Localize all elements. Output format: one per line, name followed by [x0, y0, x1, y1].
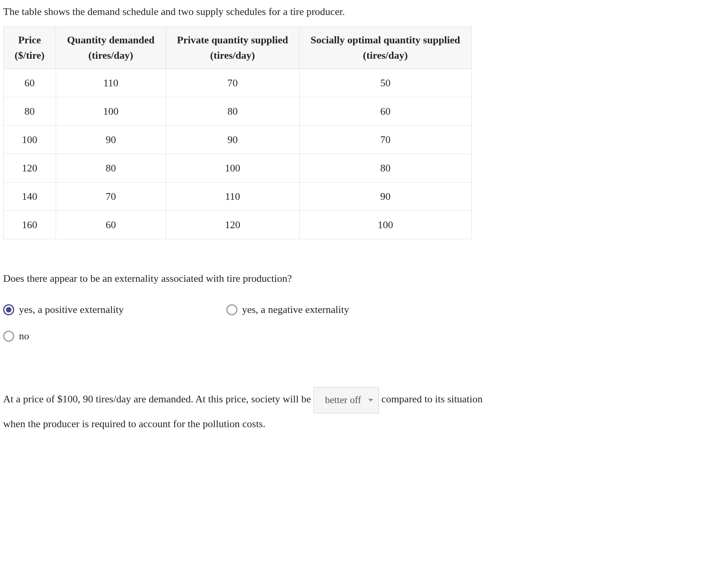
cell: 100 [4, 126, 56, 154]
table-row: 160 60 120 100 [4, 211, 472, 239]
supply-demand-table: Price ($/tire) Quantity demanded (tires/… [3, 26, 472, 239]
cell: 60 [4, 69, 56, 97]
cell: 120 [4, 154, 56, 182]
header-line: Socially optimal quantity supplied [311, 32, 460, 48]
sentence-part: when the producer is required to account… [3, 418, 265, 430]
table-row: 80 100 80 60 [4, 97, 472, 126]
cell: 70 [299, 126, 471, 154]
option-label: yes, a negative externality [242, 302, 349, 317]
header-line: Quantity demanded [67, 32, 155, 48]
cell: 60 [56, 211, 166, 239]
chevron-down-icon [368, 399, 373, 402]
option-negative-externality[interactable]: yes, a negative externality [226, 302, 349, 317]
header-line: (tires/day) [311, 48, 460, 63]
table-header-row: Price ($/tire) Quantity demanded (tires/… [4, 27, 472, 69]
table-row: 60 110 70 50 [4, 69, 472, 97]
fill-in-sentence: At a price of $100, 90 tires/day are dem… [3, 387, 725, 435]
cell: 90 [56, 126, 166, 154]
intro-text: The table shows the demand schedule and … [3, 4, 725, 19]
cell: 90 [299, 182, 471, 211]
cell: 120 [166, 211, 299, 239]
cell: 80 [166, 97, 299, 126]
society-outcome-dropdown[interactable]: better off [314, 387, 379, 413]
col-header-private-supply: Private quantity supplied (tires/day) [166, 27, 299, 69]
sentence-part: At a price of $100, 90 tires/day are dem… [3, 393, 311, 405]
cell: 80 [4, 97, 56, 126]
cell: 160 [4, 211, 56, 239]
radio-selected-icon [3, 304, 14, 315]
option-positive-externality[interactable]: yes, a positive externality [3, 302, 124, 317]
option-label: no [19, 328, 29, 344]
col-header-demand: Quantity demanded (tires/day) [56, 27, 166, 69]
radio-unselected-icon [226, 304, 237, 315]
cell: 70 [56, 182, 166, 211]
header-line: Price [15, 32, 45, 48]
dropdown-value: better off [325, 390, 361, 411]
cell: 100 [56, 97, 166, 126]
header-line: (tires/day) [177, 48, 288, 63]
option-label: yes, a positive externality [19, 302, 124, 317]
cell: 60 [299, 97, 471, 126]
col-header-price: Price ($/tire) [4, 27, 56, 69]
cell: 90 [166, 126, 299, 154]
radio-unselected-icon [3, 331, 14, 342]
sentence-part: compared to its situation [381, 393, 482, 405]
cell: 70 [166, 69, 299, 97]
question-externality: Does there appear to be an externality a… [3, 271, 725, 286]
option-no[interactable]: no [3, 328, 725, 344]
cell: 50 [299, 69, 471, 97]
options-row-1: yes, a positive externality yes, a negat… [3, 302, 725, 317]
cell: 80 [56, 154, 166, 182]
header-line: ($/tire) [15, 48, 45, 63]
cell: 80 [299, 154, 471, 182]
table-row: 140 70 110 90 [4, 182, 472, 211]
header-line: Private quantity supplied [177, 32, 288, 48]
cell: 110 [166, 182, 299, 211]
cell: 140 [4, 182, 56, 211]
cell: 100 [166, 154, 299, 182]
table-row: 120 80 100 80 [4, 154, 472, 182]
cell: 100 [299, 211, 471, 239]
col-header-social-supply: Socially optimal quantity supplied (tire… [299, 27, 471, 69]
table-row: 100 90 90 70 [4, 126, 472, 154]
cell: 110 [56, 69, 166, 97]
header-line: (tires/day) [67, 48, 155, 63]
